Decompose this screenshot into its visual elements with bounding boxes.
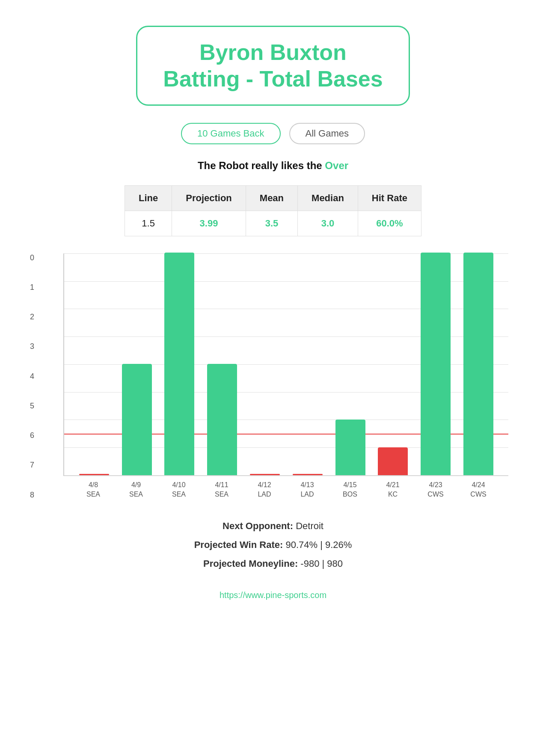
bar-group: [164, 253, 194, 475]
robot-recommendation: The Robot really likes the Over: [198, 160, 348, 172]
x-label: 4/21KC: [378, 480, 408, 500]
x-label: 4/8SEA: [78, 480, 108, 500]
bar-chart-container: 876543210 4/8SEA4/9SEA4/10SEA4/11SEA4/12…: [38, 253, 508, 500]
x-label: 4/13LAD: [292, 480, 322, 500]
win-rate-line: Projected Win Rate: 90.74% | 9.26%: [194, 536, 352, 554]
filter-buttons: 10 Games Back All Games: [181, 123, 365, 144]
chart-bar: [207, 364, 237, 475]
chart-bar: [378, 447, 408, 475]
grid-line: [64, 475, 508, 476]
col-header-median: Median: [298, 185, 358, 211]
cell-mean: 3.5: [246, 211, 297, 236]
y-label: 7: [17, 461, 34, 470]
chart-bar: [421, 253, 451, 475]
table-row: 1.5 3.99 3.5 3.0 60.0%: [125, 211, 421, 236]
next-opponent-line: Next Opponent: Detroit: [194, 517, 352, 536]
cell-median: 3.0: [298, 211, 358, 236]
chart-bar: [335, 420, 365, 475]
chart-bar: [122, 364, 152, 475]
y-label: 0: [17, 253, 34, 262]
stats-table: Line Projection Mean Median Hit Rate 1.5…: [125, 185, 421, 236]
y-label: 6: [17, 431, 34, 440]
bar-group: [378, 447, 408, 475]
x-axis-labels: 4/8SEA4/9SEA4/10SEA4/11SEA4/12LAD4/13LAD…: [63, 480, 508, 500]
chart-bar: [79, 474, 109, 475]
y-label: 3: [17, 342, 34, 351]
y-label: 4: [17, 372, 34, 381]
x-label: 4/10SEA: [164, 480, 194, 500]
x-label: 4/9SEA: [121, 480, 151, 500]
y-label: 8: [17, 491, 34, 500]
info-section: Next Opponent: Detroit Projected Win Rat…: [194, 517, 352, 573]
chart-bar: [164, 253, 194, 475]
x-label: 4/23CWS: [421, 480, 451, 500]
bar-group: [335, 420, 365, 475]
x-label: 4/24CWS: [463, 480, 493, 500]
title-box: Byron Buxton Batting - Total Bases: [136, 26, 410, 106]
y-label: 2: [17, 313, 34, 321]
x-label: 4/12LAD: [249, 480, 279, 500]
x-label: 4/11SEA: [207, 480, 237, 500]
website-link[interactable]: https://www.pine-sports.com: [220, 590, 326, 600]
bar-group: [207, 364, 237, 475]
chart-bar: [463, 253, 493, 475]
filter-all-games[interactable]: All Games: [289, 123, 365, 144]
page-title: Byron Buxton Batting - Total Bases: [163, 39, 383, 92]
cell-hit-rate: 60.0%: [358, 211, 421, 236]
y-label: 5: [17, 402, 34, 411]
bar-group: [463, 253, 493, 475]
col-header-line: Line: [125, 185, 172, 211]
moneyline-line: Projected Moneyline: -980 | 980: [194, 554, 352, 573]
cell-line: 1.5: [125, 211, 172, 236]
x-label: 4/15BOS: [335, 480, 365, 500]
bar-group: [79, 474, 109, 475]
chart-bar: [250, 474, 280, 475]
chart-bar: [293, 474, 323, 475]
bar-group: [250, 474, 280, 475]
bars-wrapper: [64, 253, 508, 475]
bar-group: [293, 474, 323, 475]
bar-group: [122, 364, 152, 475]
col-header-hitrate: Hit Rate: [358, 185, 421, 211]
col-header-projection: Projection: [172, 185, 246, 211]
y-axis: 876543210: [17, 253, 34, 500]
filter-10-games[interactable]: 10 Games Back: [181, 123, 281, 144]
chart-area: [63, 253, 508, 476]
cell-projection: 3.99: [172, 211, 246, 236]
col-header-mean: Mean: [246, 185, 297, 211]
bar-group: [421, 253, 451, 475]
y-label: 1: [17, 283, 34, 292]
